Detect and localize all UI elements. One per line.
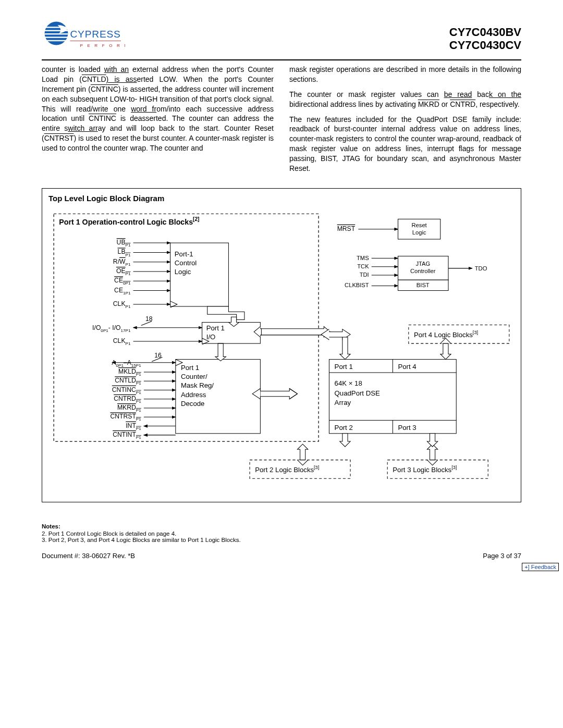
svg-text:Control: Control <box>175 259 197 267</box>
note-3: 3. Port 2, Port 3, and Port 4 Logic Bloc… <box>42 537 521 543</box>
svg-text:MRST: MRST <box>337 225 356 232</box>
feedback-button[interactable]: +] Feedback <box>522 563 559 571</box>
svg-text:QuadPort DSE: QuadPort DSE <box>335 389 380 397</box>
svg-text:Port 1: Port 1 <box>335 363 353 371</box>
svg-text:I/O0P1- I/O17P1: I/O0P1- I/O17P1 <box>92 324 131 333</box>
svg-text:Mask Reg/: Mask Reg/ <box>181 381 214 389</box>
right-paragraph-2: The counter or mask register values can … <box>289 90 521 109</box>
svg-text:CNTRDP1: CNTRDP1 <box>114 395 141 404</box>
svg-text:OEP1: OEP1 <box>116 267 131 276</box>
header: CYPRESS P E R F O R M CY7C0430BV CY7C043… <box>42 21 521 56</box>
svg-text:Reset: Reset <box>412 222 427 228</box>
svg-text:Port 1: Port 1 <box>181 364 199 372</box>
svg-text:Logic: Logic <box>175 268 191 276</box>
svg-text:CE1P1: CE1P1 <box>114 286 131 295</box>
svg-text:Port 3: Port 3 <box>398 424 416 431</box>
svg-text:UBP1: UBP1 <box>117 239 131 248</box>
header-rule <box>42 59 521 60</box>
svg-text:Port 4 Logic Blocks[3]: Port 4 Logic Blocks[3] <box>414 330 478 339</box>
svg-text:MKRDP1: MKRDP1 <box>117 404 141 413</box>
svg-text:CLKP1: CLKP1 <box>113 337 131 346</box>
svg-text:TDO: TDO <box>475 265 487 272</box>
svg-text:INTP1: INTP1 <box>126 422 141 431</box>
svg-text:Controller: Controller <box>410 268 436 274</box>
svg-text:CLKP1: CLKP1 <box>113 300 131 309</box>
svg-text:CE0P1: CE0P1 <box>114 277 131 286</box>
note-2: 2. Port 1 Control Logic Block is detaile… <box>42 530 521 537</box>
left-column: counter is loaded with an external addre… <box>42 65 274 179</box>
svg-rect-5 <box>45 40 68 41</box>
page-number: Page 3 of 37 <box>483 552 521 560</box>
svg-text:P E R F O R M: P E R F O R M <box>80 43 125 48</box>
svg-text:CNTRSTP1: CNTRSTP1 <box>110 413 141 422</box>
svg-text:Port 2: Port 2 <box>335 424 353 431</box>
svg-text:R/WP1: R/WP1 <box>113 258 131 267</box>
notes-section: Notes: 2. Port 1 Control Logic Block is … <box>42 523 521 543</box>
svg-text:TCK: TCK <box>357 263 369 269</box>
svg-text:JTAG: JTAG <box>415 261 430 267</box>
svg-text:18: 18 <box>145 315 153 323</box>
svg-text:Counter/: Counter/ <box>181 373 207 380</box>
svg-text:TMS: TMS <box>357 255 369 261</box>
svg-text:I/O: I/O <box>206 333 216 341</box>
svg-rect-3 <box>45 33 68 34</box>
svg-text:Port 3 Logic Blocks[3]: Port 3 Logic Blocks[3] <box>393 465 457 474</box>
svg-text:CLKBIST: CLKBIST <box>345 282 369 288</box>
document-number: Document #: 38-06027 Rev. *B <box>42 552 135 560</box>
diagram-title: Top Level Logic Block Diagram <box>48 194 515 203</box>
part-number-2: CY7C0430CV <box>449 39 521 52</box>
right-paragraph-1: mask register operations are described i… <box>289 65 521 84</box>
svg-text:MKLDP1: MKLDP1 <box>118 368 141 377</box>
svg-text:CNTLDP1: CNTLDP1 <box>115 377 141 386</box>
footer: Document #: 38-06027 Rev. *B Page 3 of 3… <box>42 552 521 560</box>
svg-text:Port 1: Port 1 <box>206 324 225 332</box>
block-diagram-frame: Top Level Logic Block Diagram Port 1 Ope… <box>42 188 521 503</box>
svg-text:Port 2 Logic Blocks[3]: Port 2 Logic Blocks[3] <box>255 465 319 474</box>
svg-text:A0P1–A15P1: A0P1–A15P1 <box>112 359 141 368</box>
left-paragraph: counter is loaded with an external addre… <box>42 65 274 153</box>
cypress-logo: CYPRESS P E R F O R M <box>42 21 125 56</box>
svg-text:LBP1: LBP1 <box>118 248 131 257</box>
svg-text:BIST: BIST <box>417 282 430 288</box>
svg-text:CNTINTP1: CNTINTP1 <box>113 431 141 440</box>
body-text: counter is loaded with an external addre… <box>42 65 521 179</box>
svg-text:Port 4: Port 4 <box>398 363 416 371</box>
svg-text:CNTINCP1: CNTINCP1 <box>112 386 141 394</box>
svg-text:Port 1 Operation-control Logic: Port 1 Operation-control Logic Blocks[2] <box>59 216 199 226</box>
svg-rect-4 <box>45 36 68 38</box>
block-diagram: Port 1 Operation-control Logic Blocks[2]… <box>48 206 515 494</box>
right-column: mask register operations are described i… <box>289 65 521 179</box>
svg-text:64K × 18: 64K × 18 <box>335 379 362 387</box>
right-paragraph-3: The new features included for the QuadPo… <box>289 115 521 174</box>
svg-text:CYPRESS: CYPRESS <box>70 29 120 40</box>
part-number-1: CY7C0430BV <box>449 26 521 39</box>
notes-heading: Notes: <box>42 523 521 529</box>
svg-text:Port-1: Port-1 <box>175 250 193 257</box>
svg-text:Address: Address <box>181 391 206 399</box>
svg-text:Array: Array <box>335 399 351 406</box>
svg-text:Decode: Decode <box>181 400 204 408</box>
part-numbers: CY7C0430BV CY7C0430CV <box>449 26 521 52</box>
svg-text:Logic: Logic <box>412 229 426 236</box>
feedback-label: +] Feedback <box>524 564 556 570</box>
svg-text:TDI: TDI <box>360 272 369 278</box>
